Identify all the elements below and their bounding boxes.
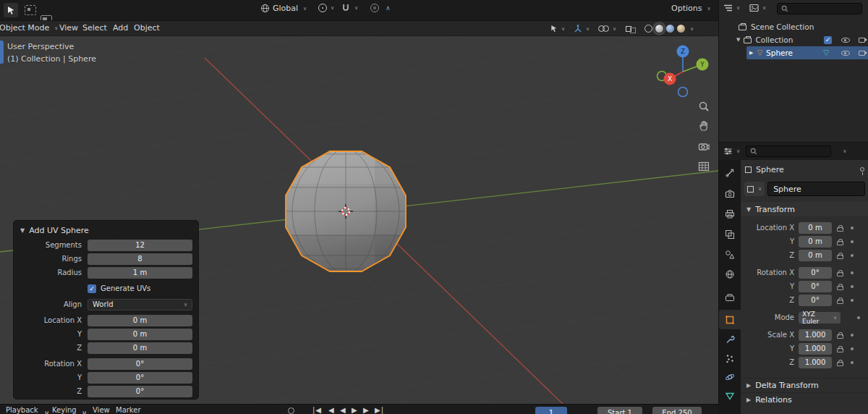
filter-chevron-icon[interactable]: ∨ — [843, 148, 846, 154]
outliner-row-collection[interactable]: ▼ Collection ✓ — [719, 33, 868, 46]
delta-transform-header[interactable]: ▶ Delta Transform — [741, 378, 868, 392]
lock-icon[interactable] — [834, 359, 846, 366]
tab-object[interactable] — [719, 310, 741, 329]
object-name-field[interactable]: Sphere — [767, 182, 865, 196]
animate-dot[interactable] — [851, 240, 854, 243]
shading-material-button[interactable] — [666, 25, 674, 33]
animate-dot[interactable] — [851, 227, 854, 229]
animate-dot[interactable] — [857, 316, 860, 319]
outliner-editor-type[interactable]: ∨ — [723, 4, 740, 12]
op-rotation-x-field[interactable]: 0° — [88, 358, 192, 370]
location-y-field[interactable]: 0 m — [799, 236, 832, 248]
expand-icon[interactable]: ▶ — [749, 50, 753, 56]
jump-start-button[interactable]: |◀ — [312, 406, 322, 414]
tab-tool[interactable] — [719, 163, 741, 182]
outliner-row-scene-collection[interactable]: Scene Collection — [719, 20, 868, 33]
xray-toggle[interactable] — [624, 22, 638, 35]
animate-dot[interactable] — [851, 361, 854, 364]
pivot-point-dropdown[interactable]: ∨ — [318, 4, 334, 12]
segments-field[interactable]: 12 — [88, 240, 192, 251]
properties-editor-type[interactable]: ∨ — [723, 147, 740, 156]
menu-object[interactable]: Object — [128, 21, 166, 35]
breadcrumb-object[interactable]: Sphere — [756, 165, 784, 174]
hide-eye-icon[interactable] — [841, 51, 850, 56]
tab-modifiers[interactable] — [719, 329, 741, 349]
rings-field[interactable]: 8 — [88, 253, 192, 265]
tab-world[interactable] — [719, 264, 741, 284]
tab-object-data[interactable] — [719, 386, 741, 405]
pin-icon[interactable] — [860, 167, 864, 172]
scale-x-field[interactable]: 1.000 — [799, 329, 832, 341]
tab-output[interactable] — [719, 204, 741, 224]
options-dropdown[interactable]: Options ∨ — [671, 4, 711, 13]
tab-physics[interactable] — [719, 367, 741, 386]
prev-keyframe-button[interactable]: ◀ — [328, 406, 335, 414]
current-frame-field[interactable]: 1 — [535, 407, 567, 414]
view-menu[interactable]: View — [93, 406, 110, 414]
render-camera-icon[interactable] — [859, 51, 865, 56]
next-keyframe-button[interactable]: ▶ — [363, 406, 370, 414]
lock-icon[interactable] — [834, 269, 846, 276]
animate-dot[interactable] — [851, 347, 854, 350]
lock-icon[interactable] — [834, 224, 846, 232]
radius-field[interactable]: 1 m — [88, 267, 192, 279]
properties-search-input[interactable] — [746, 145, 831, 157]
animate-dot[interactable] — [851, 271, 854, 274]
hide-eye-icon[interactable] — [841, 38, 850, 43]
scale-z-field[interactable]: 1.000 — [799, 357, 832, 368]
op-location-y-field[interactable]: 0 m — [88, 329, 192, 340]
camera-view-button[interactable] — [696, 138, 712, 154]
shading-wireframe-button[interactable] — [644, 25, 652, 33]
generate-uvs-checkbox[interactable]: ✓ — [88, 284, 96, 293]
outliner-display-mode[interactable]: ∨ — [749, 4, 766, 12]
op-rotation-y-field[interactable]: 0° — [88, 372, 192, 384]
3d-viewport[interactable]: User Perspective (1) Collection | Sphere… — [0, 36, 718, 404]
animate-dot[interactable] — [851, 285, 854, 288]
tab-particles[interactable] — [719, 348, 741, 368]
tab-render[interactable] — [719, 184, 741, 203]
lock-icon[interactable] — [834, 297, 846, 304]
lock-icon[interactable] — [834, 252, 846, 259]
active-tool-highlight[interactable] — [0, 41, 4, 64]
play-button[interactable]: ▶ — [352, 406, 358, 414]
active-tool-icon[interactable] — [4, 3, 18, 17]
animate-dot[interactable] — [851, 254, 854, 257]
align-dropdown[interactable]: World ∨ — [88, 299, 192, 310]
transform-panel-header[interactable]: ▼ Transform — [741, 202, 868, 216]
rotation-mode-dropdown[interactable]: XYZ Euler ∨ — [799, 312, 841, 324]
tab-view-layer[interactable] — [719, 224, 741, 244]
relations-header[interactable]: ▶ Relations — [741, 392, 868, 407]
animate-dot[interactable] — [851, 299, 854, 302]
outliner-row-sphere[interactable]: ▶ ▽ Sphere ▽ — [746, 46, 868, 59]
animate-dot[interactable] — [851, 334, 854, 337]
scale-y-field[interactable]: 1.000 — [799, 343, 832, 355]
zoom-button[interactable] — [696, 98, 712, 114]
lock-icon[interactable] — [834, 331, 846, 339]
lock-icon[interactable] — [834, 238, 846, 245]
shading-rendered-button[interactable] — [677, 25, 685, 33]
object-id-dropdown[interactable]: ∨ — [744, 182, 765, 196]
playback-menu[interactable]: Playback — [6, 406, 38, 414]
lock-icon[interactable] — [834, 345, 846, 352]
object-visibility-dropdown[interactable]: ∨ — [548, 22, 567, 35]
ortho-toggle-button[interactable] — [696, 159, 712, 174]
outliner-search-input[interactable] — [777, 3, 862, 14]
proportional-edit-controls[interactable]: ∧ — [370, 4, 391, 12]
gizmos-dropdown[interactable]: ∨ — [571, 22, 592, 35]
workspace-icon-layout[interactable] — [25, 5, 36, 15]
shading-solid-button[interactable] — [655, 25, 663, 33]
auto-keying-icon[interactable] — [288, 407, 294, 414]
marker-menu[interactable]: Marker — [116, 406, 141, 414]
op-location-z-field[interactable]: 0 m — [88, 342, 192, 354]
transform-orientation-dropdown[interactable]: Global ∨ — [260, 4, 307, 13]
rotation-y-field[interactable]: 0° — [799, 281, 832, 292]
render-camera-icon[interactable] — [859, 38, 865, 43]
location-x-field[interactable]: 0 m — [799, 222, 832, 234]
operator-panel-header[interactable]: ▼ Add UV Sphere — [14, 222, 192, 238]
jump-end-button[interactable]: ▶| — [375, 406, 384, 414]
overlays-dropdown[interactable]: ∨ — [596, 22, 618, 35]
snap-toggle[interactable]: ∨ — [341, 4, 358, 12]
navigation-gizmo[interactable]: Z Y X — [646, 42, 718, 104]
frame-end-field[interactable]: End 250 — [652, 407, 702, 414]
tab-scene[interactable] — [719, 245, 741, 264]
